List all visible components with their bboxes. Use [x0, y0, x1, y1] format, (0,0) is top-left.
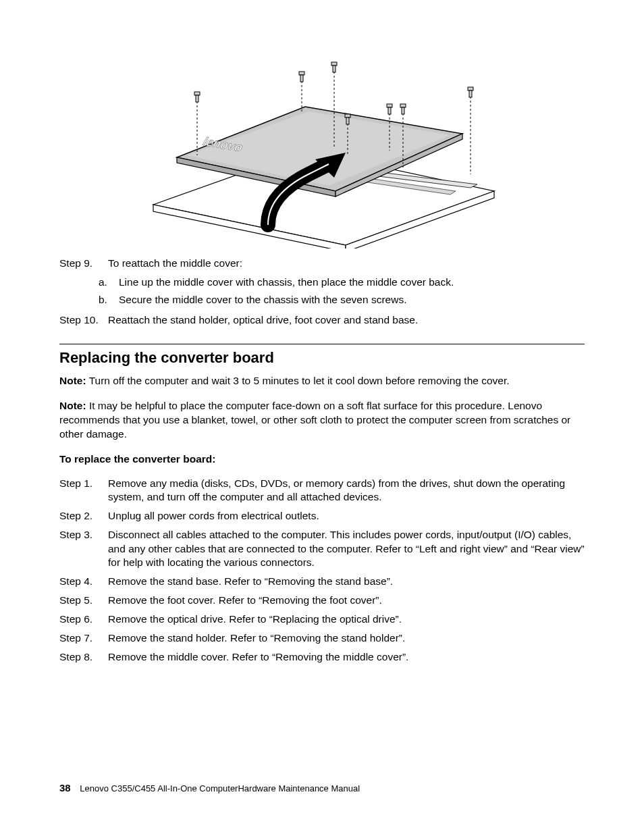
substep-a: a. Line up the middle cover with chassis… — [99, 276, 585, 289]
note-2: Note: It may be helpful to place the com… — [59, 399, 585, 442]
step-label: Step 1. — [59, 477, 108, 504]
page-footer: 38 Lenovo C355/C455 All-In-One ComputerH… — [59, 781, 360, 795]
section-title: Replacing the converter board — [59, 348, 585, 368]
step-text: Disconnect all cables attached to the co… — [108, 528, 585, 569]
footer-title: Lenovo C355/C455 All-In-One ComputerHard… — [80, 783, 360, 793]
step-8: Step 8. Remove the middle cover. Refer t… — [59, 650, 585, 664]
svg-rect-14 — [299, 72, 304, 75]
section-rule — [59, 344, 585, 344]
step-10: Step 10. Reattach the stand holder, opti… — [59, 313, 585, 327]
substep-text: Line up the middle cover with chassis, t… — [119, 276, 585, 289]
svg-rect-15 — [300, 75, 303, 82]
step-label: Step 6. — [59, 613, 108, 626]
figure-middle-cover: lenovo — [133, 59, 511, 249]
step-label: Step 4. — [59, 575, 108, 588]
step-text: Reattach the stand holder, optical drive… — [108, 313, 585, 327]
step-text: Remove the foot cover. Refer to “Removin… — [108, 594, 585, 607]
svg-rect-20 — [345, 114, 350, 118]
step-text: Unplug all power cords from electrical o… — [108, 509, 585, 523]
svg-rect-29 — [468, 87, 473, 90]
step-text: Remove the stand base. Refer to “Removin… — [108, 575, 585, 588]
step-text: To reattach the middle cover: — [108, 257, 585, 270]
step-1: Step 1. Remove any media (disks, CDs, DV… — [59, 477, 585, 504]
step-label: Step 9. — [59, 257, 108, 270]
step-text: Remove any media (disks, CDs, DVDs, or m… — [108, 477, 585, 504]
step-text: Remove the optical drive. Refer to “Repl… — [108, 613, 585, 626]
svg-rect-12 — [196, 95, 198, 102]
step-text: Remove the middle cover. Refer to “Remov… — [108, 650, 585, 664]
svg-rect-23 — [387, 104, 392, 107]
step-label: Step 7. — [59, 631, 108, 645]
svg-rect-27 — [402, 107, 404, 114]
note-1: Note: Turn off the computer and wait 3 t… — [59, 374, 585, 388]
step-7: Step 7. Remove the stand holder. Refer t… — [59, 631, 585, 645]
note-label: Note: — [59, 375, 86, 386]
svg-rect-26 — [400, 104, 406, 107]
step-label: Step 3. — [59, 528, 108, 569]
step-2: Step 2. Unplug all power cords from elec… — [59, 509, 585, 523]
svg-rect-17 — [331, 62, 337, 66]
step-label: Step 10. — [59, 313, 108, 327]
svg-rect-30 — [469, 90, 472, 97]
step-6: Step 6. Remove the optical drive. Refer … — [59, 613, 585, 626]
svg-rect-24 — [388, 107, 391, 114]
note-text: Turn off the computer and wait 3 to 5 mi… — [89, 375, 510, 386]
substep-b: b. Secure the middle cover to the chassi… — [99, 293, 585, 307]
substep-label: b. — [99, 293, 119, 307]
step-label: Step 2. — [59, 509, 108, 523]
substep-label: a. — [99, 276, 119, 289]
substep-text: Secure the middle cover to the chassis w… — [119, 293, 585, 307]
step-3: Step 3. Disconnect all cables attached t… — [59, 528, 585, 569]
step-text: Remove the stand holder. Refer to “Remov… — [108, 631, 585, 645]
step-9: Step 9. To reattach the middle cover: — [59, 257, 585, 270]
svg-rect-21 — [346, 118, 349, 124]
svg-rect-11 — [194, 92, 200, 95]
step-label: Step 5. — [59, 594, 108, 607]
step-label: Step 8. — [59, 650, 108, 664]
step-4: Step 4. Remove the stand base. Refer to … — [59, 575, 585, 588]
step-5: Step 5. Remove the foot cover. Refer to … — [59, 594, 585, 607]
note-text: It may be helpful to place the computer … — [59, 400, 570, 440]
step-9-substeps: a. Line up the middle cover with chassis… — [59, 276, 585, 307]
svg-rect-18 — [333, 66, 336, 72]
page-number: 38 — [59, 782, 71, 793]
procedure-subhead: To replace the converter board: — [59, 452, 585, 466]
note-label: Note: — [59, 400, 86, 411]
diagram-svg: lenovo — [133, 59, 511, 249]
